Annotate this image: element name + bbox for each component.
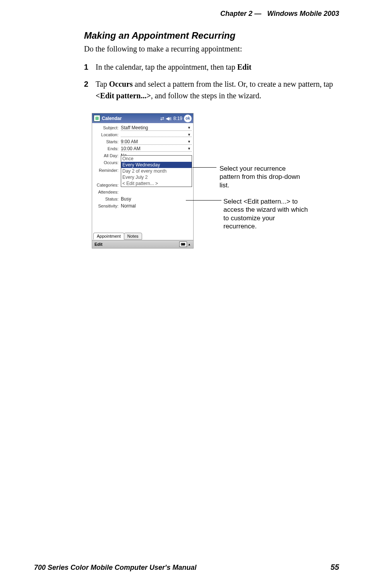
value-subject: Staff Meeting [121,125,148,130]
header-chapter: Chapter 2 [220,10,252,17]
label-location: Location: [94,132,121,137]
label-categories: Categories: [94,183,121,187]
label-occurs: Occurs: [94,160,121,165]
field-subject[interactable]: Staff Meeting▼ [121,125,192,131]
step-2: 2 Tap Occurs and select a pattern from t… [84,78,340,101]
step-body: In the calendar, tap the appointment, th… [96,61,340,73]
value-sensitivity: Normal [121,203,136,209]
field-starts[interactable]: 9:00 AM▼ [121,139,192,145]
label-reminder: Reminder: [94,168,121,173]
step-bold: Edit [237,63,252,71]
keyboard-icon: ⌨ [179,242,187,247]
row-starts: Starts: 9:00 AM▼ [94,138,192,145]
step-1: 1 In the calendar, tap the appointment, … [84,61,340,73]
value-starts: 9:00 AM [121,139,138,144]
header-section: Windows Mobile 2003 [267,10,339,17]
header-sep: — [254,10,261,17]
speaker-icon[interactable]: ◀ϵ [166,116,172,121]
step-text: In the calendar, tap the appointment, th… [96,63,237,71]
row-attendees: Attendees: [94,189,192,195]
step-text: and select a pattern from the list. Or, … [133,80,333,88]
value-ends: 10:00 AM [121,146,141,151]
chevron-down-icon[interactable]: ▼ [187,140,191,144]
step-number: 2 [84,78,96,101]
row-ends: Ends: 10:00 AM▼ [94,145,192,152]
titlebar-right: ⇄ ◀ϵ 8:19 ok [160,115,192,122]
sip-toggle[interactable]: ⌨ ▲ [179,242,191,247]
clock-text: 8:19 [173,116,182,121]
callout-leader-2 [186,200,221,201]
dropdown-item-once[interactable]: Once [121,156,192,162]
step-number: 1 [84,61,96,73]
chevron-down-icon[interactable]: ▼ [187,133,191,137]
row-status: Status: Busy [94,195,192,202]
tab-notes[interactable]: Notes [124,233,142,240]
label-status: Status: [94,197,121,201]
ok-button[interactable]: ok [184,115,192,122]
app-title: Calendar [102,116,122,121]
dropdown-item-edit-pattern[interactable]: < Edit pattern... > [121,180,192,187]
form-body: Subject: Staff Meeting▼ Location: ▼ Star… [92,123,193,209]
page-number: 55 [331,563,339,572]
tab-bar: Appointment Notes [93,233,142,240]
chevron-up-icon: ▲ [188,243,191,246]
bottom-bar: Edit ⌨ ▲ [92,240,193,248]
menu-edit[interactable]: Edit [94,242,103,247]
step-bold: <Edit pattern...> [96,91,151,100]
footer-title: 700 Series Color Mobile Computer User's … [34,564,196,572]
intro-text: Do the following to make a recurring app… [84,43,340,54]
callout-edit-pattern: Select <Edit pattern...> to access the w… [223,197,309,230]
pda-titlebar: ⊞ Calendar ⇄ ◀ϵ 8:19 ok [92,113,193,123]
titlebar-left: ⊞ Calendar [94,115,122,122]
label-allday: All Day: [94,153,121,158]
label-subject: Subject: [94,125,121,130]
dropdown-item-day-of-month[interactable]: Day 2 of every month [121,168,192,174]
connectivity-icon[interactable]: ⇄ [160,116,164,121]
step-body: Tap Occurs and select a pattern from the… [96,78,340,101]
step-text: , and follow the steps in the wizard. [151,91,261,100]
row-location: Location: ▼ [94,131,192,138]
figure: ⊞ Calendar ⇄ ◀ϵ 8:19 ok Subject: Staff M… [92,113,340,268]
value-status: Busy [121,196,131,202]
step-bold: Occurs [109,80,133,88]
chevron-down-icon[interactable]: ▼ [187,126,191,130]
dropdown-item-every-year[interactable]: Every July 2 [121,174,192,180]
row-subject: Subject: Staff Meeting▼ [94,124,192,131]
field-status[interactable]: Busy [121,196,192,202]
page-content: Making an Appointment Recurring Do the f… [84,30,340,268]
label-starts: Starts: [94,139,121,144]
running-header: Chapter 2 — Windows Mobile 2003 [220,10,339,18]
label-ends: Ends: [94,146,121,151]
label-sensitivity: Sensitivity: [94,204,121,208]
start-icon[interactable]: ⊞ [94,115,100,122]
tab-appointment[interactable]: Appointment [93,233,124,240]
pda-screenshot: ⊞ Calendar ⇄ ◀ϵ 8:19 ok Subject: Staff M… [92,113,194,249]
field-location[interactable]: ▼ [121,133,192,137]
callout-leader-1 [192,167,216,168]
occurs-dropdown-list: Once Every Wednesday Day 2 of every mont… [121,155,192,187]
row-sensitivity: Sensitivity: Normal [94,202,192,209]
callout-recurrence: Select your recurrence pattern from this… [220,165,305,189]
field-ends[interactable]: 10:00 AM▼ [121,146,192,152]
dropdown-item-every-wednesday[interactable]: Every Wednesday [121,162,192,168]
label-attendees: Attendees: [94,190,121,194]
page-title: Making an Appointment Recurring [84,30,340,41]
field-sensitivity[interactable]: Normal [121,203,192,209]
chevron-down-icon[interactable]: ▼ [187,147,191,151]
step-text: Tap [96,80,109,88]
